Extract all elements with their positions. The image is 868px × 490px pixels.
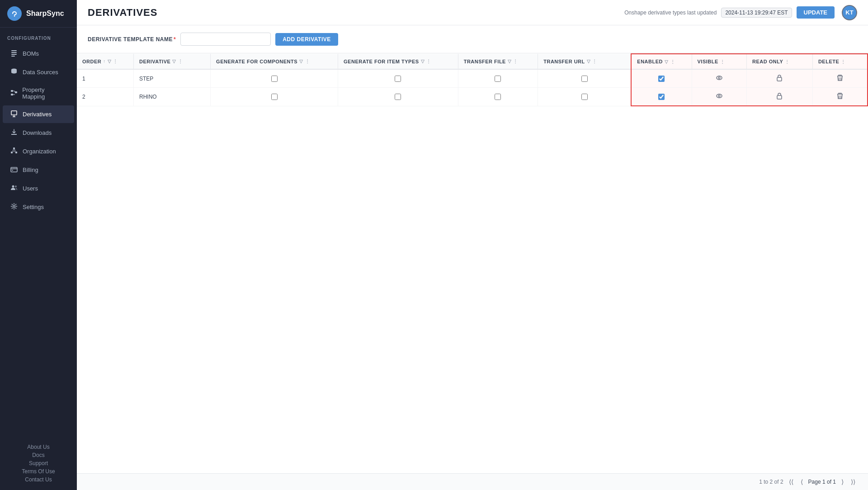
svg-point-16 [12, 186, 14, 188]
cell-derivative-2: RHINO [133, 88, 210, 106]
th-transfer-file: TRANSFER FILE ▽ ⋮ [458, 54, 538, 69]
sidebar-item-property-mapping[interactable]: Property Mapping [3, 82, 74, 105]
th-read-only: READ ONLY ⋮ [747, 54, 813, 69]
first-page-btn[interactable]: ⟨⟨ [787, 477, 795, 486]
svg-rect-2 [11, 50, 17, 51]
generate-components-menu-icon[interactable]: ⋮ [305, 59, 310, 64]
sidebar-item-data-sources[interactable]: Data Sources [3, 63, 74, 81]
th-generate-items: GENERATE FOR ITEM TYPES ▽ ⋮ [338, 54, 458, 69]
cell-enabled-2 [631, 88, 692, 106]
delete-btn-2[interactable] [835, 91, 845, 102]
template-label: DERIVATIVE TEMPLATE NAME* [88, 36, 176, 43]
generate-items-menu-icon[interactable]: ⋮ [426, 59, 431, 64]
footer-terms[interactable]: Terms Of Use [22, 468, 55, 475]
cell-visible-2 [692, 88, 747, 106]
transfer-file-cb-2[interactable] [495, 94, 501, 100]
derivative-filter-icon[interactable]: ▽ [172, 59, 176, 64]
prev-page-btn[interactable]: ⟨ [799, 477, 805, 486]
transfer-file-cb-1[interactable] [495, 76, 501, 82]
table-body: 1 STEP [77, 69, 868, 106]
svg-rect-11 [13, 147, 15, 149]
transfer-file-filter-icon[interactable]: ▽ [508, 59, 512, 64]
read-only-btn-1[interactable] [774, 73, 784, 84]
avatar[interactable]: KT [842, 5, 857, 20]
cell-transfer-url-1 [538, 69, 632, 88]
generate-items-filter-icon[interactable]: ▽ [421, 59, 425, 64]
sidebar-item-derivatives-label: Derivatives [23, 111, 52, 118]
last-page-btn[interactable]: ⟩⟩ [849, 477, 857, 486]
visible-btn-1[interactable] [714, 73, 725, 84]
order-sort-icon[interactable]: ↑ [103, 59, 106, 64]
read-only-btn-2[interactable] [774, 91, 784, 102]
billing-icon [10, 166, 18, 174]
visible-menu-icon[interactable]: ⋮ [720, 59, 725, 64]
template-name-input[interactable] [180, 33, 271, 46]
footer-docs[interactable]: Docs [32, 452, 44, 458]
transfer-url-cb-1[interactable] [581, 76, 588, 82]
enabled-cb-1[interactable] [658, 76, 665, 82]
footer-about[interactable]: About Us [27, 444, 49, 450]
transfer-url-menu-icon[interactable]: ⋮ [592, 59, 597, 64]
app-name: SharpSync [26, 10, 64, 18]
table-row: 1 STEP [77, 69, 868, 88]
pagination-info: 1 to 2 of 2 [759, 479, 783, 485]
gen-comp-cb-1[interactable] [271, 76, 278, 82]
sidebar-item-derivatives[interactable]: Derivatives [3, 105, 74, 123]
footer-contact[interactable]: Contact Us [25, 476, 52, 483]
svg-rect-10 [11, 111, 17, 115]
sidebar-item-downloads[interactable]: Downloads [3, 124, 74, 142]
app-logo [7, 6, 22, 21]
sidebar-item-organization[interactable]: Organization [3, 143, 74, 160]
update-button[interactable]: UPDATE [797, 6, 835, 19]
th-visible: VISIBLE ⋮ [692, 54, 747, 69]
delete-menu-icon[interactable]: ⋮ [841, 59, 846, 64]
cell-visible-1 [692, 69, 747, 88]
property-mapping-icon [10, 89, 18, 98]
next-page-btn[interactable]: ⟩ [840, 477, 845, 486]
cell-transfer-url-2 [538, 88, 632, 106]
svg-point-20 [718, 77, 720, 79]
generate-components-filter-icon[interactable]: ▽ [299, 59, 303, 64]
downloads-icon [10, 128, 18, 137]
add-derivative-button[interactable]: ADD DERIVATIVE [275, 33, 338, 46]
order-col-label: ORDER [82, 59, 101, 64]
sidebar-item-billing[interactable]: Billing [3, 161, 74, 179]
read-only-menu-icon[interactable]: ⋮ [785, 59, 790, 64]
visible-btn-2[interactable] [714, 91, 725, 102]
svg-rect-24 [777, 95, 782, 99]
generate-items-col-label: GENERATE FOR ITEM TYPES [344, 59, 419, 64]
svg-point-23 [718, 95, 720, 97]
cell-gen-comp-2 [211, 88, 338, 106]
sidebar-item-boms[interactable]: BOMs [3, 45, 74, 62]
gen-comp-cb-2[interactable] [271, 94, 278, 100]
sidebar-item-settings[interactable]: Settings [3, 198, 74, 216]
cell-delete-1 [812, 69, 868, 88]
gen-items-cb-1[interactable] [395, 76, 401, 82]
order-filter-icon[interactable]: ▽ [108, 59, 112, 64]
cell-enabled-1 [631, 69, 692, 88]
order-menu-icon[interactable]: ⋮ [113, 59, 118, 64]
cell-transfer-file-2 [458, 88, 538, 106]
data-sources-icon [10, 68, 18, 76]
sidebar-item-users[interactable]: Users [3, 180, 74, 197]
transfer-file-menu-icon[interactable]: ⋮ [513, 59, 518, 64]
footer-support[interactable]: Support [29, 460, 48, 466]
topbar: DERIVATIVES Onshape derivative types las… [77, 0, 868, 25]
table-footer: 1 to 2 of 2 ⟨⟨ ⟨ Page 1 of 1 ⟩ ⟩⟩ [77, 473, 868, 490]
organization-icon [10, 147, 18, 156]
transfer-url-filter-icon[interactable]: ▽ [587, 59, 591, 64]
transfer-url-cb-2[interactable] [581, 94, 588, 100]
gen-items-cb-2[interactable] [395, 94, 401, 100]
delete-btn-1[interactable] [835, 73, 845, 84]
sidebar-item-users-label: Users [23, 185, 38, 192]
derivatives-icon [10, 110, 18, 119]
svg-rect-4 [11, 54, 17, 55]
th-transfer-url: TRANSFER URL ▽ ⋮ [538, 54, 632, 69]
enabled-filter-icon[interactable]: ▽ [665, 59, 669, 64]
cell-order-1: 1 [77, 69, 133, 88]
enabled-cb-2[interactable] [658, 94, 665, 100]
svg-point-18 [13, 205, 15, 207]
derivative-menu-icon[interactable]: ⋮ [178, 59, 183, 64]
enabled-menu-icon[interactable]: ⋮ [670, 59, 675, 64]
settings-icon [10, 203, 18, 211]
